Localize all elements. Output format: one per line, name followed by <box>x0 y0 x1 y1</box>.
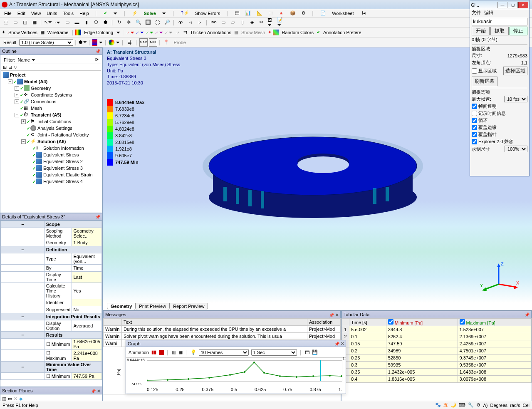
tree-solution[interactable]: Solution (A6) <box>37 139 66 144</box>
sec-select[interactable]: 1 Sec <box>251 349 297 356</box>
gear-icon[interactable]: ⚙ <box>476 402 480 408</box>
rec-loop-checkbox[interactable] <box>472 118 477 123</box>
probe-button[interactable]: Probe <box>172 40 187 45</box>
collapse-icon[interactable]: − <box>1 362 45 373</box>
tab-geometry[interactable]: Geometry <box>107 303 136 310</box>
pause-icon[interactable]: ▮▮ <box>151 350 156 355</box>
section-icon[interactable]: ✂ <box>257 18 266 27</box>
probe-icon[interactable]: 📍 <box>162 38 171 47</box>
expand-icon[interactable]: + <box>21 119 26 124</box>
box-select-icon[interactable]: ▭ <box>11 18 20 27</box>
worksheet-icon[interactable]: 📄 <box>318 10 329 17</box>
pin-icon[interactable] <box>95 214 100 219</box>
edge-icon[interactable]: ▭ <box>63 18 72 27</box>
chart-icon[interactable]: 📊 <box>242 10 253 17</box>
wand-icon[interactable]: 📐 <box>254 10 265 17</box>
collapse-icon[interactable]: − <box>1 332 45 339</box>
units-a[interactable]: A) <box>483 403 487 408</box>
random-colors-button[interactable]: Random Colors <box>280 30 315 35</box>
show-mesh-button[interactable]: Show Mesh <box>240 30 267 35</box>
rec-trans-checkbox[interactable] <box>472 104 477 109</box>
check-icon[interactable]: ✔ <box>317 30 320 35</box>
tree-eqs3[interactable]: Equivalent Stress 3 <box>43 166 83 171</box>
edge4-icon[interactable]: ⟋⏷ <box>155 28 163 37</box>
close-icon[interactable] <box>97 389 100 394</box>
graph-window[interactable]: Graph Animation ▮▮ │ ▥ ▦ │ 💡 10 Frames 1… <box>126 340 346 394</box>
next-view-icon[interactable]: ▹ <box>196 18 204 27</box>
magnify-icon[interactable]: 🔎 <box>163 18 171 27</box>
cone-icon[interactable]: 🔺 <box>276 10 287 17</box>
tree-project[interactable]: Project <box>10 72 25 77</box>
edge-coloring-button[interactable]: Edge Coloring <box>82 30 115 35</box>
graph-plot[interactable]: [Pa] 8.6444e+8 747.59 1. 0.1250.250.3750… <box>126 358 346 392</box>
menu-units[interactable]: Units <box>44 10 59 17</box>
show-vertices-button[interactable]: Show Vertices <box>7 30 39 35</box>
body-select-icon[interactable]: ▦ <box>30 18 39 27</box>
refresh-icon[interactable]: ⟳ <box>95 57 99 62</box>
sparkle-icon[interactable]: ✦ <box>268 30 272 35</box>
iso-icon[interactable]: ISO <box>210 18 218 27</box>
tree-eqs[interactable]: Equivalent Stress <box>43 152 79 157</box>
collapse-icon[interactable]: − <box>1 221 45 228</box>
zoom-box-icon[interactable]: 🔲 <box>144 18 152 27</box>
menu-edit[interactable]: Edit <box>15 10 28 17</box>
det-displayoption[interactable]: Averaged <box>72 320 102 332</box>
rec-name-input[interactable] <box>472 18 527 25</box>
collapse-icon[interactable]: − <box>1 246 45 253</box>
fit-icon[interactable]: ⛶ <box>153 18 162 27</box>
edge2-icon[interactable]: ⟋⏷ <box>136 28 144 37</box>
collapse-icon[interactable]: − <box>15 113 19 117</box>
wrench-icon[interactable]: 🔧 <box>468 402 474 408</box>
worksheet-button[interactable]: Worksheet <box>329 10 356 17</box>
vector-icon[interactable]: ⇶ <box>126 38 134 47</box>
det-type[interactable]: Equivalent (von... <box>72 253 102 265</box>
annotation-icon[interactable]: 📝⏷ <box>277 18 285 27</box>
pin-icon[interactable] <box>329 312 334 317</box>
rec-fps-select[interactable]: 10 fps <box>504 96 527 102</box>
menu-tools[interactable]: Tools <box>60 10 76 17</box>
select-icon[interactable]: ⬚ <box>2 18 10 27</box>
det-scoping[interactable]: Geometry Selec... <box>72 228 102 239</box>
menu-view[interactable]: View <box>29 10 44 17</box>
dropdown-icon[interactable]: ⏷ <box>111 10 120 17</box>
keyboard-icon[interactable]: ⌨ <box>459 402 465 408</box>
vertex-icon[interactable]: ▫⏷ <box>54 18 62 27</box>
solve-button[interactable]: Solve <box>141 10 158 17</box>
face-icon[interactable]: ▬ <box>73 18 81 27</box>
look-icon[interactable]: 👁 <box>177 18 185 27</box>
tree-initcond[interactable]: Initial Conditions <box>37 119 71 124</box>
td-icon[interactable]: 🗔 <box>232 10 242 17</box>
max-checkbox[interactable] <box>460 319 465 325</box>
element-icon[interactable]: ⬢ <box>101 18 110 27</box>
rec-grab-button[interactable]: 抓取 <box>490 27 508 35</box>
rec-time-checkbox[interactable] <box>472 111 477 116</box>
node-icon[interactable]: ⬡ <box>92 18 100 27</box>
mode1-icon[interactable]: ▥ <box>172 350 176 355</box>
mode2-icon[interactable]: ▦ <box>178 350 183 355</box>
tree-coord[interactable]: Coordinate Systems <box>31 92 72 97</box>
annotation-pref-button[interactable]: Annotation Prefere <box>322 30 363 35</box>
tree-joint[interactable]: Joint - Rotational Velocity <box>37 132 89 137</box>
arrows-icon[interactable]: ⇉ <box>183 30 187 35</box>
expand-icon[interactable]: + <box>15 93 19 97</box>
rec-stop-button[interactable]: 停止 <box>510 27 527 35</box>
menu-help[interactable]: Help <box>77 10 92 17</box>
filter-select[interactable]: Name ⏷ <box>18 57 36 62</box>
dropdown-icon[interactable]: ⏷ <box>116 30 121 35</box>
pin-icon[interactable] <box>91 389 96 394</box>
export-icon[interactable]: 🗔 <box>305 350 309 355</box>
maximize-icon[interactable]: ▢ <box>508 2 518 8</box>
close-icon[interactable]: ✕ <box>518 2 528 8</box>
db-icon[interactable]: 📦 <box>287 10 298 17</box>
det-suppressed[interactable]: No <box>72 306 102 313</box>
collapse-icon[interactable]: − <box>21 139 26 144</box>
tree-eqs2[interactable]: Equivalent Stress 2 <box>43 159 83 164</box>
palette-icon[interactable] <box>75 30 81 35</box>
edge1-icon[interactable]: ⟋⏷ <box>126 28 134 37</box>
rotate-icon[interactable]: ↻ <box>115 18 124 27</box>
top-icon[interactable]: ▱ <box>229 18 237 27</box>
rec-select-region-button[interactable]: 选择区域 <box>503 67 527 75</box>
tree-mesh[interactable]: Mesh <box>31 106 42 111</box>
filter-icon[interactable]: ▽ <box>14 64 17 70</box>
pin-icon[interactable] <box>95 49 100 54</box>
